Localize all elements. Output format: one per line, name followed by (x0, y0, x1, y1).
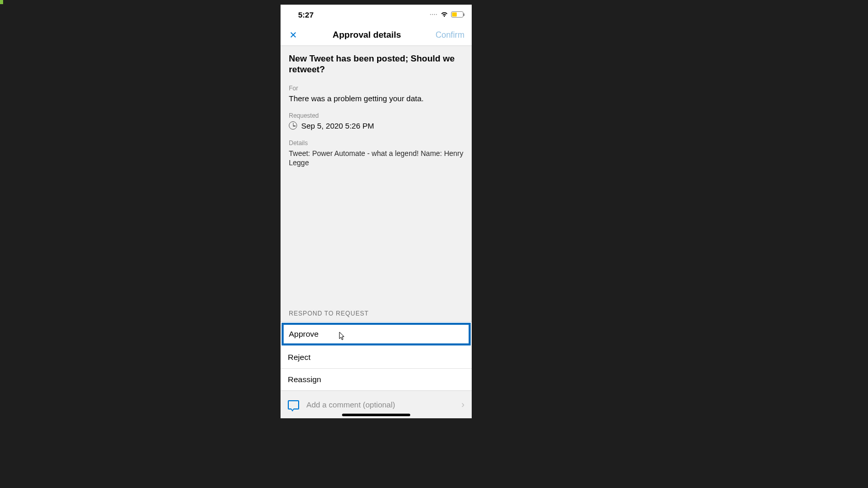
phone-frame: 5:27 ···· ✕ Approval details Confirm New… (281, 5, 472, 418)
reassign-option-label: Reassign (288, 375, 321, 384)
requested-label: Requested (289, 112, 463, 119)
status-icons: ···· (430, 11, 463, 18)
details-value: Tweet: Power Automate - what a legend! N… (289, 149, 463, 167)
respond-options-list: Approve Reject Reassign (281, 321, 472, 390)
page-title: Approval details (299, 30, 435, 40)
chevron-right-icon[interactable]: › (461, 399, 464, 410)
comment-icon (288, 400, 299, 410)
for-section: For There was a problem getting your dat… (289, 85, 463, 103)
reject-option-label: Reject (288, 353, 311, 361)
scroll-body: New Tweet has been posted; Should we ret… (281, 46, 472, 418)
battery-icon (451, 11, 463, 18)
nav-header: ✕ Approval details Confirm (281, 24, 472, 46)
respond-section: RESPOND TO REQUEST Approve Reject Reassi… (281, 310, 472, 390)
for-value: There was a problem getting your data. (289, 94, 463, 103)
reject-option[interactable]: Reject (281, 347, 472, 369)
approve-option-label: Approve (289, 329, 319, 338)
wifi-icon (440, 11, 448, 18)
content-area: New Tweet has been posted; Should we ret… (281, 46, 472, 310)
comment-input[interactable] (306, 400, 454, 409)
close-button[interactable]: ✕ (287, 29, 299, 41)
approve-option[interactable]: Approve (282, 323, 471, 345)
cursor-pointer-icon (339, 332, 345, 343)
green-edge-decor (0, 0, 3, 4)
details-section: Details Tweet: Power Automate - what a l… (289, 139, 463, 167)
for-label: For (289, 85, 463, 92)
confirm-button[interactable]: Confirm (435, 30, 466, 40)
comment-bar: › (281, 390, 472, 418)
clock-icon (289, 121, 297, 130)
cellular-icon: ···· (430, 12, 438, 18)
home-indicator[interactable] (342, 414, 410, 416)
reassign-option[interactable]: Reassign (281, 369, 472, 390)
details-label: Details (289, 139, 463, 147)
requested-value: Sep 5, 2020 5:26 PM (301, 121, 374, 130)
approval-title: New Tweet has been posted; Should we ret… (289, 53, 463, 75)
requested-section: Requested Sep 5, 2020 5:26 PM (289, 112, 463, 130)
status-bar: 5:27 ···· (281, 5, 472, 24)
respond-label: RESPOND TO REQUEST (281, 310, 472, 321)
status-time: 5:27 (298, 10, 314, 19)
